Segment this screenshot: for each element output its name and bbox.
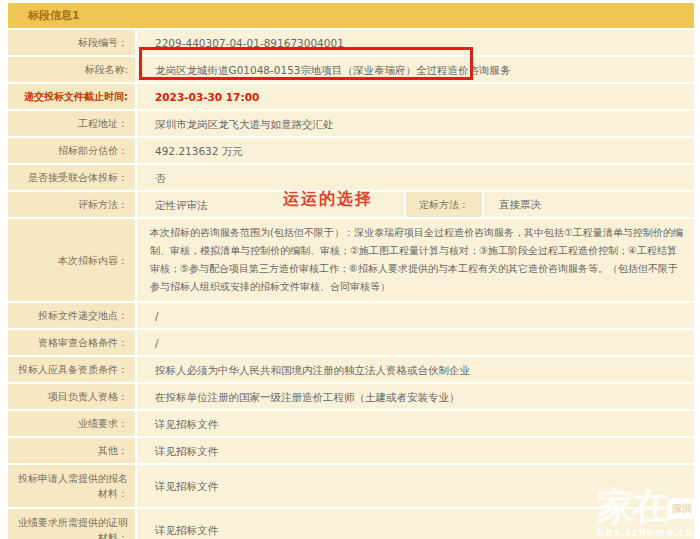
field-row-deadline: 递交投标文件截止时间: 2023-03-30 17:00: [8, 84, 694, 109]
field-row-evaluation-method: 评标方法： 定性评审法 定标方法： 直接票决: [8, 192, 694, 217]
field-value: 2023-03-30 17:00: [137, 84, 694, 109]
field-label: 业绩要求所需提供的证明材料：: [8, 509, 135, 539]
field-row-performance-requirement: 业绩要求： 详见招标文件: [8, 411, 694, 436]
field-label: 业绩要求：: [8, 411, 135, 436]
tender-info-table: 标段信息1 标段编号： 2209-440307-04-01-8916730040…: [8, 3, 694, 539]
field-row-estimate: 招标部分估价： 492.213632 万元: [8, 138, 694, 163]
field-value: /: [137, 303, 694, 328]
field-row-tender-content: 本次招标内容： 本次招标的咨询服务范围为(包括但不限于）：深业泰瑞府项目全过程造…: [8, 219, 694, 301]
field-label: 评标方法：: [8, 192, 135, 217]
field-value: 龙岗区龙城街道G01048-0153宗地项目（深业泰瑞府）全过程造价咨询服务: [137, 57, 694, 82]
field-value: 投标人必须为中华人民共和国境内注册的独立法人资格或合伙制企业: [137, 357, 694, 382]
field-label: 招标部分估价：: [8, 138, 135, 163]
field-label: 递交投标文件截止时间:: [8, 84, 135, 109]
field-label: 标段编号：: [8, 30, 135, 55]
field-label: 工程地址：: [8, 111, 135, 136]
field-value: 2209-440307-04-01-891673004001: [137, 30, 694, 55]
field-row-project-address: 工程地址： 深圳市龙岗区龙飞大道与如意路交汇处: [8, 111, 694, 136]
field-row-other: 其他： 详见招标文件: [8, 438, 694, 463]
field-row-registration-materials: 投标申请人需提供的报名材料： 详见招标文件: [8, 465, 694, 507]
field-value: 详见招标文件: [137, 438, 694, 463]
field-value: 在投标单位注册的国家一级注册造价工程师（土建或者安装专业）: [137, 384, 694, 409]
field-row-qualification-review: 资格审查合格条件： /: [8, 330, 694, 355]
field-label: 是否接受联合体投标：: [8, 165, 135, 190]
field-value: 定性评审法: [137, 192, 404, 217]
field-row-section-number: 标段编号： 2209-440307-04-01-891673004001: [8, 30, 694, 55]
field-value-secondary: 直接票决: [484, 192, 694, 217]
field-value: 492.213632 万元: [137, 138, 694, 163]
field-value: 详见招标文件: [137, 509, 694, 539]
field-row-proof-materials: 业绩要求所需提供的证明材料： 详见招标文件: [8, 509, 694, 539]
field-label: 投标人应具备资质条件：: [8, 357, 135, 382]
field-row-manager-qualification: 项目负责人资格： 在投标单位注册的国家一级注册造价工程师（土建或者安装专业）: [8, 384, 694, 409]
field-row-submission-place: 投标文件递交地点： /: [8, 303, 694, 328]
field-label: 资格审查合格条件：: [8, 330, 135, 355]
field-label-secondary: 定标方法：: [406, 192, 482, 217]
section-header: 标段信息1: [8, 3, 694, 28]
field-value: 深圳市龙岗区龙飞大道与如意路交汇处: [137, 111, 694, 136]
field-label: 项目负责人资格：: [8, 384, 135, 409]
section-title: 标段信息1: [28, 9, 80, 22]
field-row-bidder-qualification: 投标人应具备资质条件： 投标人必须为中华人民共和国境内注册的独立法人资格或合伙制…: [8, 357, 694, 382]
field-value: 详见招标文件: [137, 465, 694, 507]
field-label: 投标申请人需提供的报名材料：: [8, 465, 135, 507]
field-row-section-name: 标段名称: 龙岗区龙城街道G01048-0153宗地项目（深业泰瑞府）全过程造价…: [8, 57, 694, 82]
field-label: 投标文件递交地点：: [8, 303, 135, 328]
field-value: /: [137, 330, 694, 355]
field-label: 本次招标内容：: [8, 219, 135, 301]
field-label: 其他：: [8, 438, 135, 463]
field-value: 本次招标的咨询服务范围为(包括但不限于）：深业泰瑞府项目全过程造价咨询服务，其中…: [137, 219, 694, 301]
tender-section-page: 标段信息1 标段编号： 2209-440307-04-01-8916730040…: [0, 0, 700, 539]
field-value: 否: [137, 165, 694, 190]
field-row-consortium: 是否接受联合体投标： 否: [8, 165, 694, 190]
field-label: 标段名称:: [8, 57, 135, 82]
field-value: 详见招标文件: [137, 411, 694, 436]
